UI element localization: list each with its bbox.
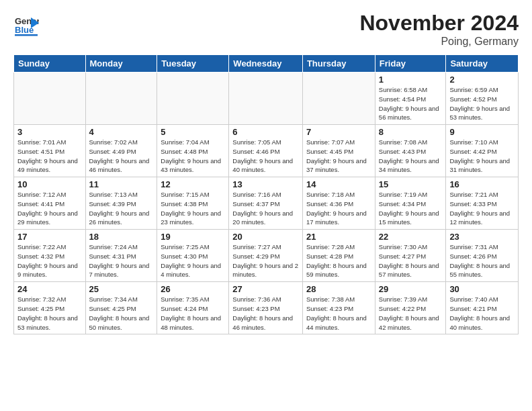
day-info: Sunrise: 7:35 AM Sunset: 4:24 PM Dayligh…	[161, 295, 225, 332]
calendar-header-row: Sunday Monday Tuesday Wednesday Thursday…	[14, 55, 519, 73]
day-number: 19	[161, 232, 225, 242]
header-wednesday: Wednesday	[229, 55, 303, 73]
header-saturday: Saturday	[446, 55, 519, 73]
day-info: Sunrise: 7:24 AM Sunset: 4:31 PM Dayligh…	[89, 242, 154, 279]
table-row	[302, 73, 375, 125]
day-info: Sunrise: 7:36 AM Sunset: 4:23 PM Dayligh…	[232, 295, 299, 332]
day-number: 25	[89, 284, 154, 294]
day-number: 2	[449, 75, 515, 85]
table-row: 18Sunrise: 7:24 AM Sunset: 4:31 PM Dayli…	[85, 230, 157, 282]
day-info: Sunrise: 7:34 AM Sunset: 4:25 PM Dayligh…	[89, 295, 154, 332]
day-info: Sunrise: 7:32 AM Sunset: 4:25 PM Dayligh…	[17, 295, 82, 332]
header-tuesday: Tuesday	[157, 55, 229, 73]
day-number: 11	[89, 179, 154, 189]
day-number: 5	[161, 127, 225, 137]
day-number: 26	[161, 284, 225, 294]
day-number: 17	[17, 232, 82, 242]
table-row: 23Sunrise: 7:31 AM Sunset: 4:26 PM Dayli…	[446, 230, 519, 282]
table-row: 17Sunrise: 7:22 AM Sunset: 4:32 PM Dayli…	[14, 230, 86, 282]
table-row: 24Sunrise: 7:32 AM Sunset: 4:25 PM Dayli…	[14, 282, 86, 334]
table-row: 9Sunrise: 7:10 AM Sunset: 4:42 PM Daylig…	[446, 125, 519, 177]
day-number: 28	[306, 284, 371, 294]
table-row: 25Sunrise: 7:34 AM Sunset: 4:25 PM Dayli…	[85, 282, 157, 334]
table-row: 10Sunrise: 7:12 AM Sunset: 4:41 PM Dayli…	[14, 177, 86, 230]
table-row: 30Sunrise: 7:40 AM Sunset: 4:21 PM Dayli…	[446, 282, 519, 334]
day-number: 22	[379, 232, 443, 242]
day-info: Sunrise: 7:12 AM Sunset: 4:41 PM Dayligh…	[17, 190, 82, 227]
day-number: 4	[89, 127, 154, 137]
table-row: 28Sunrise: 7:38 AM Sunset: 4:23 PM Dayli…	[302, 282, 375, 334]
page-subtitle: Poing, Germany	[359, 36, 519, 48]
day-info: Sunrise: 7:21 AM Sunset: 4:33 PM Dayligh…	[449, 190, 515, 227]
day-number: 14	[306, 179, 371, 189]
day-info: Sunrise: 7:02 AM Sunset: 4:49 PM Dayligh…	[89, 138, 154, 175]
table-row	[85, 73, 157, 125]
table-row: 22Sunrise: 7:30 AM Sunset: 4:27 PM Dayli…	[375, 230, 446, 282]
table-row: 20Sunrise: 7:27 AM Sunset: 4:29 PM Dayli…	[229, 230, 303, 282]
day-info: Sunrise: 7:39 AM Sunset: 4:22 PM Dayligh…	[379, 295, 443, 332]
day-number: 18	[89, 232, 154, 242]
logo: General Blue	[13, 11, 42, 36]
table-row	[229, 73, 303, 125]
table-row: 11Sunrise: 7:13 AM Sunset: 4:39 PM Dayli…	[85, 177, 157, 230]
table-row: 4Sunrise: 7:02 AM Sunset: 4:49 PM Daylig…	[85, 125, 157, 177]
day-number: 30	[449, 284, 515, 294]
table-row: 3Sunrise: 7:01 AM Sunset: 4:51 PM Daylig…	[14, 125, 86, 177]
table-row: 5Sunrise: 7:04 AM Sunset: 4:48 PM Daylig…	[157, 125, 229, 177]
table-row	[14, 73, 86, 125]
page-title: November 2024	[359, 11, 519, 36]
day-info: Sunrise: 7:19 AM Sunset: 4:34 PM Dayligh…	[379, 190, 443, 227]
table-row: 29Sunrise: 7:39 AM Sunset: 4:22 PM Dayli…	[375, 282, 446, 334]
day-number: 20	[232, 232, 299, 242]
day-info: Sunrise: 7:10 AM Sunset: 4:42 PM Dayligh…	[449, 138, 515, 175]
page: General Blue November 2024 Poing, German…	[0, 0, 532, 411]
day-number: 29	[379, 284, 443, 294]
table-row: 6Sunrise: 7:05 AM Sunset: 4:46 PM Daylig…	[229, 125, 303, 177]
day-info: Sunrise: 7:28 AM Sunset: 4:28 PM Dayligh…	[306, 242, 371, 279]
day-number: 15	[379, 179, 443, 189]
header: General Blue November 2024 Poing, German…	[13, 11, 519, 48]
day-info: Sunrise: 6:58 AM Sunset: 4:54 PM Dayligh…	[379, 85, 443, 122]
table-row: 15Sunrise: 7:19 AM Sunset: 4:34 PM Dayli…	[375, 177, 446, 230]
header-thursday: Thursday	[302, 55, 375, 73]
calendar-week-0: 1Sunrise: 6:58 AM Sunset: 4:54 PM Daylig…	[14, 73, 519, 125]
day-number: 24	[17, 284, 82, 294]
table-row: 12Sunrise: 7:15 AM Sunset: 4:38 PM Dayli…	[157, 177, 229, 230]
table-row: 21Sunrise: 7:28 AM Sunset: 4:28 PM Dayli…	[302, 230, 375, 282]
day-info: Sunrise: 7:40 AM Sunset: 4:21 PM Dayligh…	[449, 295, 515, 332]
day-info: Sunrise: 7:31 AM Sunset: 4:26 PM Dayligh…	[449, 242, 515, 279]
day-info: Sunrise: 7:15 AM Sunset: 4:38 PM Dayligh…	[161, 190, 225, 227]
day-info: Sunrise: 7:30 AM Sunset: 4:27 PM Dayligh…	[379, 242, 443, 279]
day-info: Sunrise: 7:16 AM Sunset: 4:37 PM Dayligh…	[232, 190, 299, 227]
table-row: 7Sunrise: 7:07 AM Sunset: 4:45 PM Daylig…	[302, 125, 375, 177]
calendar-week-4: 24Sunrise: 7:32 AM Sunset: 4:25 PM Dayli…	[14, 282, 519, 334]
day-info: Sunrise: 7:01 AM Sunset: 4:51 PM Dayligh…	[17, 138, 82, 175]
day-number: 16	[449, 179, 515, 189]
day-number: 13	[232, 179, 299, 189]
table-row: 1Sunrise: 6:58 AM Sunset: 4:54 PM Daylig…	[375, 73, 446, 125]
day-info: Sunrise: 7:25 AM Sunset: 4:30 PM Dayligh…	[161, 242, 225, 279]
day-number: 27	[232, 284, 299, 294]
table-row: 14Sunrise: 7:18 AM Sunset: 4:36 PM Dayli…	[302, 177, 375, 230]
logo-icon: General Blue	[13, 11, 39, 36]
day-number: 10	[17, 179, 82, 189]
svg-text:Blue: Blue	[15, 25, 34, 35]
table-row: 26Sunrise: 7:35 AM Sunset: 4:24 PM Dayli…	[157, 282, 229, 334]
day-number: 6	[232, 127, 299, 137]
day-number: 23	[449, 232, 515, 242]
calendar-table: Sunday Monday Tuesday Wednesday Thursday…	[13, 54, 519, 334]
day-number: 1	[379, 75, 443, 85]
day-number: 8	[379, 127, 443, 137]
title-area: November 2024 Poing, Germany	[359, 11, 519, 48]
day-number: 9	[449, 127, 515, 137]
day-number: 12	[161, 179, 225, 189]
table-row: 13Sunrise: 7:16 AM Sunset: 4:37 PM Dayli…	[229, 177, 303, 230]
calendar-week-2: 10Sunrise: 7:12 AM Sunset: 4:41 PM Dayli…	[14, 177, 519, 230]
table-row: 8Sunrise: 7:08 AM Sunset: 4:43 PM Daylig…	[375, 125, 446, 177]
table-row: 27Sunrise: 7:36 AM Sunset: 4:23 PM Dayli…	[229, 282, 303, 334]
table-row	[157, 73, 229, 125]
table-row: 2Sunrise: 6:59 AM Sunset: 4:52 PM Daylig…	[446, 73, 519, 125]
day-info: Sunrise: 7:08 AM Sunset: 4:43 PM Dayligh…	[379, 138, 443, 175]
header-monday: Monday	[85, 55, 157, 73]
day-info: Sunrise: 7:27 AM Sunset: 4:29 PM Dayligh…	[232, 242, 299, 279]
